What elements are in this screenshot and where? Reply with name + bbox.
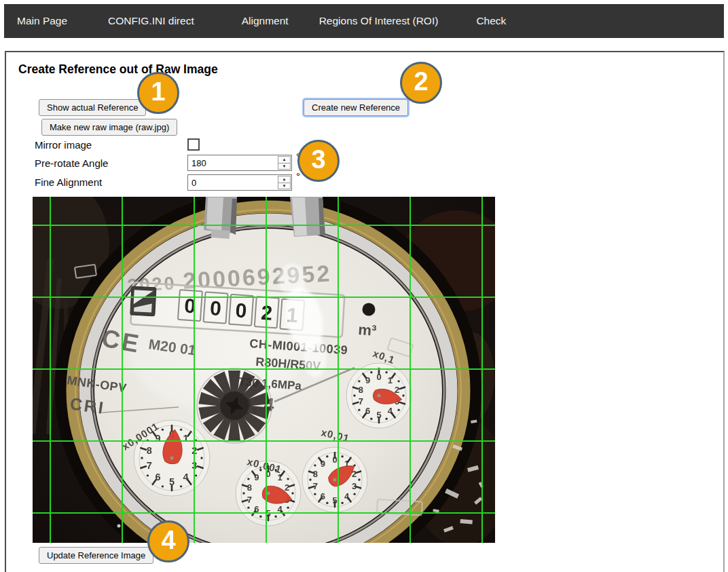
mirror-image-label: Mirror image [35,139,92,151]
svg-text:4: 4 [183,472,189,482]
odometer-dot [363,303,376,316]
show-actual-reference-button[interactable]: Show actual Reference [39,99,146,116]
maker-logo [130,286,156,316]
svg-text:5: 5 [169,476,175,487]
svg-text:8: 8 [247,482,252,493]
make-new-raw-image-button[interactable]: Make new raw image (raw.jpg) [41,119,177,136]
fine-spinner[interactable]: ▲ ▼ [278,176,291,189]
prerotate-angle-field: ▲ ▼ [187,155,292,171]
spinner-up-icon[interactable]: ▲ [278,157,290,164]
svg-text:8: 8 [359,385,363,395]
annotation-circle-3: 3 [297,140,340,182]
svg-text:7: 7 [359,396,363,406]
svg-text:6: 6 [321,491,325,501]
nav-item-roi[interactable]: Regions Of Interest (ROI) [319,15,439,27]
svg-text:2: 2 [285,482,289,493]
fine-alignment-input[interactable] [188,175,277,190]
svg-text:5: 5 [376,410,381,420]
reference-image-water-meter: 20202000692952 00021 m³ CE M20 01 CH-MI0… [33,197,495,543]
svg-text:4: 4 [388,406,393,416]
svg-text:7: 7 [147,460,152,471]
page-title: Create Reference out of Raw Image [18,62,218,77]
prerotate-spinner[interactable]: ▲ ▼ [278,156,291,170]
annotation-circle-2: 2 [400,62,442,104]
update-reference-image-button[interactable]: Update Reference Image [39,547,153,564]
svg-text:0: 0 [235,299,248,322]
unit-label: m³ [358,321,378,339]
spinner-down-icon[interactable]: ▼ [278,183,290,189]
fine-alignment-label: Fine Alignment [35,176,102,188]
dust-dot [117,525,121,528]
svg-text:1: 1 [183,433,189,444]
svg-text:8: 8 [313,469,318,479]
mirror-image-checkbox[interactable] [187,138,200,151]
svg-text:0: 0 [332,455,337,465]
nav-item-check[interactable]: Check [476,15,506,27]
nav-item-config-ini[interactable]: CONFIG.INI direct [108,15,194,27]
annotation-circle-4: 4 [147,520,189,563]
svg-text:9: 9 [365,375,370,385]
prerotate-angle-label: Pre-rotate Angle [35,157,108,169]
annotation-circle-1: 1 [137,72,179,114]
svg-text:7: 7 [313,481,318,491]
metal-clip-right [290,197,325,237]
svg-text:0: 0 [209,297,222,320]
create-new-reference-button[interactable]: Create new Reference [304,99,408,116]
svg-text:9: 9 [155,433,160,444]
spinner-down-icon[interactable]: ▼ [278,164,290,170]
nav-item-alignment[interactable]: Alignment [242,15,289,27]
svg-text:9: 9 [321,459,325,469]
fine-degree-unit: ° [296,170,300,182]
svg-text:8: 8 [147,445,152,456]
top-navbar: Main Page CONFIG.INI direct Alignment Re… [4,4,724,38]
svg-text:6: 6 [155,472,160,482]
svg-text:5: 5 [332,495,337,506]
svg-text:7: 7 [247,495,252,505]
svg-text:3: 3 [352,481,357,491]
svg-text:4: 4 [344,491,350,501]
svg-text:1: 1 [388,375,393,385]
spinner-up-icon[interactable]: ▲ [278,176,290,183]
svg-text:6: 6 [365,406,370,416]
prerotate-angle-input[interactable] [188,155,277,170]
fine-alignment-field: ▲ ▼ [187,174,292,191]
svg-text:0: 0 [376,372,381,382]
svg-text:9: 9 [254,472,259,482]
nav-item-main-page[interactable]: Main Page [17,15,67,27]
